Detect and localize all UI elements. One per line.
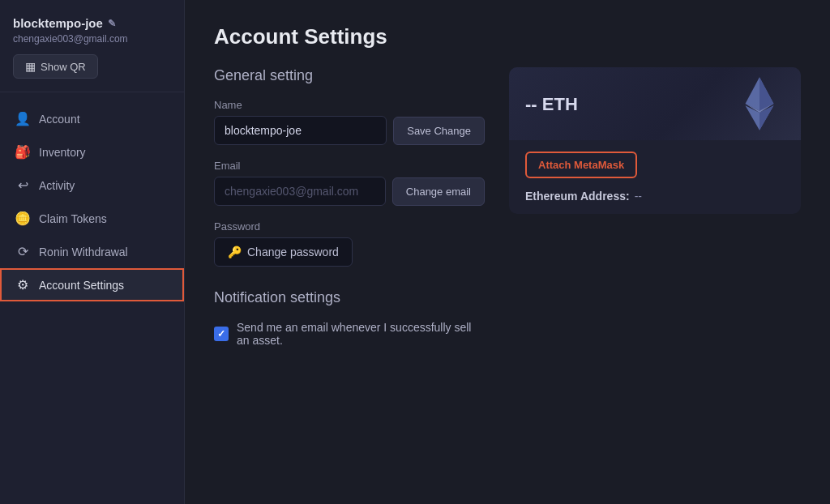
sidebar: blocktempo-joe ✎ chengaxie003@gmail.com … <box>0 0 185 504</box>
notification-checkbox-label: Send me an email whenever I successfully… <box>237 321 485 347</box>
profile-email: chengaxie003@gmail.com <box>13 33 171 45</box>
password-form-group: Password 🔑 Change password <box>214 220 485 267</box>
sidebar-item-account-settings[interactable]: ⚙ Account Settings <box>0 268 184 301</box>
sidebar-item-claim-tokens-label: Claim Tokens <box>39 212 107 225</box>
eth-card-header: -- ETH <box>509 67 801 140</box>
password-label: Password <box>214 220 485 233</box>
nav-section: 👤 Account 🎒 Inventory ↩ Activity 🪙 Claim… <box>0 92 184 504</box>
email-form-group: Email Change email <box>214 160 485 206</box>
eth-title: -- ETH <box>525 94 578 115</box>
eth-card: -- ETH Attach MetaMask Ethereum Address: <box>509 67 801 214</box>
profile-name: blocktempo-joe ✎ <box>13 16 171 30</box>
sidebar-item-ronin-withdrawal-label: Ronin Withdrawal <box>39 246 128 258</box>
ethereum-address-row: Ethereum Address: -- <box>525 190 785 203</box>
name-input[interactable] <box>214 116 387 145</box>
notification-checkbox-row: Send me an email whenever I successfully… <box>214 321 485 347</box>
page-title: Account Settings <box>214 24 801 49</box>
edit-icon[interactable]: ✎ <box>108 18 116 29</box>
name-label: Name <box>214 99 485 111</box>
ethereum-address-label: Ethereum Address: <box>525 190 630 203</box>
sidebar-item-activity-label: Activity <box>39 179 75 192</box>
name-form-group: Name Save Change <box>214 99 485 145</box>
claim-tokens-icon: 🪙 <box>15 211 31 226</box>
username-label: blocktempo-joe <box>13 16 103 30</box>
right-panel: -- ETH Attach MetaMask Ethereum Address: <box>509 67 801 214</box>
save-change-button[interactable]: Save Change <box>393 117 485 145</box>
key-icon: 🔑 <box>228 246 242 258</box>
show-qr-label: Show QR <box>41 61 86 73</box>
account-icon: 👤 <box>15 111 31 126</box>
svg-marker-1 <box>759 77 774 111</box>
change-email-button[interactable]: Change email <box>392 177 485 206</box>
eth-card-body: Attach MetaMask Ethereum Address: -- <box>509 140 801 214</box>
change-password-button[interactable]: 🔑 Change password <box>214 237 353 267</box>
email-form-row: Change email <box>214 177 485 206</box>
inventory-icon: 🎒 <box>15 144 31 160</box>
qr-icon: ▦ <box>25 60 36 73</box>
activity-icon: ↩ <box>15 177 31 193</box>
ronin-withdrawal-icon: ⟳ <box>15 244 31 259</box>
sidebar-item-account-settings-label: Account Settings <box>39 279 124 292</box>
sidebar-item-claim-tokens[interactable]: 🪙 Claim Tokens <box>0 202 184 235</box>
email-label: Email <box>214 160 485 172</box>
sidebar-item-account[interactable]: 👤 Account <box>0 102 184 135</box>
sidebar-item-ronin-withdrawal[interactable]: ⟳ Ronin Withdrawal <box>0 235 184 268</box>
profile-section: blocktempo-joe ✎ chengaxie003@gmail.com … <box>0 0 184 92</box>
ethereum-address-value: -- <box>635 190 642 203</box>
sidebar-item-account-label: Account <box>39 113 80 126</box>
sidebar-item-activity[interactable]: ↩ Activity <box>0 169 184 202</box>
notification-section: Notification settings Send me an email w… <box>214 289 485 347</box>
general-setting-title: General setting <box>214 67 485 84</box>
sidebar-item-inventory-label: Inventory <box>39 146 86 159</box>
left-panel: General setting Name Save Change Email C… <box>214 67 485 347</box>
notification-checkbox[interactable] <box>214 327 229 341</box>
change-password-label: Change password <box>247 246 339 258</box>
account-settings-icon: ⚙ <box>15 277 31 293</box>
notification-settings-title: Notification settings <box>214 289 485 306</box>
content-layout: General setting Name Save Change Email C… <box>214 67 801 347</box>
sidebar-item-inventory[interactable]: 🎒 Inventory <box>0 135 184 169</box>
attach-metamask-button[interactable]: Attach MetaMask <box>525 152 637 178</box>
email-input[interactable] <box>214 177 386 206</box>
show-qr-button[interactable]: ▦ Show QR <box>13 54 98 79</box>
main-content: Account Settings General setting Name Sa… <box>185 0 830 504</box>
name-form-row: Save Change <box>214 116 485 145</box>
ethereum-logo <box>731 75 788 132</box>
